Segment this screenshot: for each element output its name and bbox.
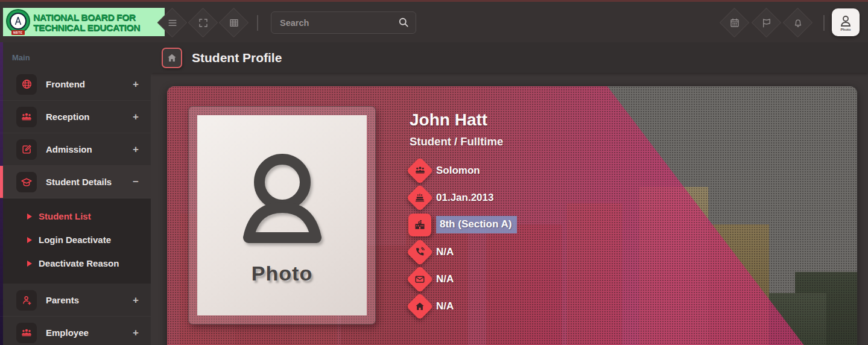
submenu-item-label: Login Deactivate bbox=[39, 235, 111, 245]
email-icon bbox=[406, 265, 434, 293]
sidebar-item-parents[interactable]: Parents + bbox=[0, 284, 151, 317]
reports-button[interactable] bbox=[752, 8, 781, 37]
student-profile-card: Photo John Hatt Student / Fulltime Solom… bbox=[167, 86, 857, 345]
org-abbr: NBTE bbox=[11, 30, 25, 35]
submenu-item-label: Student List bbox=[39, 211, 91, 221]
sidebar-item-frontend[interactable]: Frontend + bbox=[0, 68, 151, 101]
org-emblem-icon: NBTE bbox=[5, 10, 31, 35]
photo-placeholder: Photo bbox=[197, 115, 367, 315]
phone-value: N/A bbox=[436, 246, 454, 258]
caret-right-icon bbox=[27, 261, 32, 267]
bell-icon bbox=[788, 13, 808, 33]
birthday-value: 01.Jan.2013 bbox=[436, 192, 493, 204]
birthday-cake-icon bbox=[406, 184, 434, 212]
detail-row-phone: N/A bbox=[406, 238, 517, 265]
page-title: Student Profile bbox=[192, 51, 282, 65]
sidebar-item-label: Frontend bbox=[46, 79, 133, 89]
caret-right-icon bbox=[27, 237, 32, 243]
notifications-button[interactable] bbox=[783, 8, 813, 37]
sidebar-item-label: Reception bbox=[46, 112, 133, 122]
sidebar-item-admission[interactable]: Admission + bbox=[0, 133, 151, 166]
grid-icon bbox=[224, 13, 244, 33]
phone-icon bbox=[406, 238, 434, 266]
topbar: NBTE NATIONAL BOARD FOR TECHNICAL EDUCAT… bbox=[0, 0, 868, 42]
org-name-line2: TECHNICAL EDUCATION bbox=[33, 22, 140, 33]
users-icon bbox=[16, 107, 37, 127]
sidebar-item-label: Parents bbox=[46, 295, 133, 305]
edit-icon bbox=[16, 139, 37, 160]
fullscreen-icon bbox=[193, 13, 213, 33]
submenu-item-deactivate-reason[interactable]: Deactivate Reason bbox=[0, 252, 151, 275]
expand-toggle[interactable]: + bbox=[133, 294, 139, 306]
detail-row-class: 8th (Section A) bbox=[406, 211, 517, 238]
sidebar-item-reception[interactable]: Reception + bbox=[0, 101, 151, 133]
student-role: Student / Fulltime bbox=[410, 135, 517, 148]
calendar-icon bbox=[724, 13, 744, 33]
caret-right-icon bbox=[27, 214, 32, 220]
team-icon bbox=[16, 323, 37, 343]
person-icon bbox=[222, 146, 343, 261]
sidebar-section-label: Main bbox=[0, 42, 151, 68]
expand-toggle[interactable]: + bbox=[133, 144, 139, 156]
school-icon bbox=[406, 211, 434, 239]
search-input[interactable] bbox=[271, 11, 416, 34]
expand-toggle[interactable]: + bbox=[133, 327, 139, 339]
sidebar-item-employee[interactable]: Employee + bbox=[0, 317, 151, 345]
expand-toggle[interactable]: + bbox=[133, 78, 139, 90]
detail-row-guardian: Solomon bbox=[406, 157, 517, 184]
user-avatar[interactable]: Photo bbox=[832, 8, 860, 36]
sidebar-item-label: Employee bbox=[46, 328, 133, 338]
org-logo[interactable]: NBTE NATIONAL BOARD FOR TECHNICAL EDUCAT… bbox=[3, 8, 165, 36]
guardian-value: Solomon bbox=[436, 165, 480, 177]
globe-icon bbox=[16, 74, 37, 95]
search-icon[interactable] bbox=[398, 16, 410, 31]
apps-grid-button[interactable] bbox=[219, 8, 249, 37]
student-name: John Hatt bbox=[410, 110, 517, 130]
class-value: 8th (Section A) bbox=[436, 216, 517, 233]
submenu-item-student-list[interactable]: Student List bbox=[0, 204, 151, 228]
search-box bbox=[271, 11, 416, 34]
home-button[interactable] bbox=[162, 48, 182, 68]
detail-row-birthday: 01.Jan.2013 bbox=[406, 184, 517, 211]
flag-icon bbox=[756, 13, 776, 33]
home-icon bbox=[166, 52, 177, 63]
submenu-item-label: Deactivate Reason bbox=[39, 258, 119, 268]
submenu-item-login-deactivate[interactable]: Login Deactivate bbox=[0, 228, 151, 252]
calendar-button[interactable] bbox=[720, 8, 749, 37]
org-name-line1: NATIONAL BOARD FOR bbox=[33, 12, 140, 22]
fullscreen-button[interactable] bbox=[188, 8, 218, 37]
content-area: Photo John Hatt Student / Fulltime Solom… bbox=[151, 73, 868, 345]
guardian-icon bbox=[406, 157, 434, 185]
collapse-toggle[interactable]: − bbox=[133, 176, 139, 188]
topbar-divider bbox=[257, 15, 258, 31]
home-icon bbox=[406, 293, 434, 320]
person-icon bbox=[838, 14, 854, 28]
menu-icon bbox=[162, 13, 182, 33]
sidebar-item-label: Student Details bbox=[46, 177, 133, 187]
email-value: N/A bbox=[436, 273, 454, 285]
graduation-cap-icon bbox=[16, 172, 37, 192]
page-header: Student Profile bbox=[151, 42, 868, 73]
sidebar-item-label: Admission bbox=[46, 144, 133, 154]
sidebar-item-student-details[interactable]: Student Details − bbox=[0, 166, 151, 198]
profile-info: John Hatt Student / Fulltime Solomon bbox=[406, 110, 517, 320]
expand-toggle[interactable]: + bbox=[133, 111, 139, 123]
topbar-divider-2 bbox=[823, 15, 825, 31]
photo-placeholder-label: Photo bbox=[252, 262, 312, 285]
app-window: NBTE NATIONAL BOARD FOR TECHNICAL EDUCAT… bbox=[0, 0, 868, 345]
address-value: N/A bbox=[436, 300, 454, 312]
student-details-submenu: Student List Login Deactivate Deactivate… bbox=[0, 198, 151, 284]
avatar-label: Photo bbox=[841, 28, 851, 31]
person-plus-icon bbox=[16, 290, 37, 311]
student-photo-frame: Photo bbox=[188, 106, 376, 324]
sidebar: Main Frontend + Reception + Admission + bbox=[0, 42, 151, 345]
detail-row-address: N/A bbox=[406, 293, 517, 320]
detail-row-email: N/A bbox=[406, 265, 517, 293]
